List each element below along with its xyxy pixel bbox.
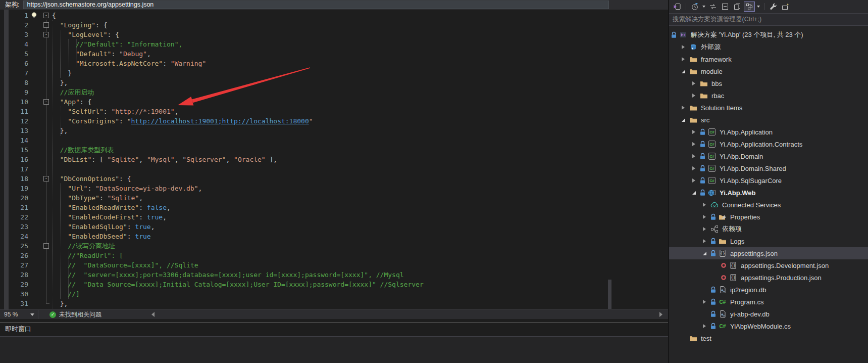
code-line[interactable]: 13 }, — [0, 126, 668, 135]
fold-collapse-icon[interactable]: - — [43, 13, 49, 18]
fold-collapse-icon[interactable]: - — [43, 243, 49, 249]
tree-item[interactable]: C#Yi.Abp.Application — [669, 126, 868, 138]
chevron-collapsed-icon[interactable] — [703, 300, 710, 304]
code-line[interactable]: 30 //] — [0, 289, 668, 299]
tree-item[interactable]: 解决方案 'Yi.Abp' (23 个项目, 共 23 个) — [669, 29, 868, 41]
chevron-collapsed-icon[interactable] — [692, 130, 700, 134]
chevron-collapsed-icon[interactable] — [703, 227, 710, 231]
code-line[interactable]: 28 // "server=[xxxx];port=3306;database=… — [0, 270, 668, 280]
chevron-expanded-icon[interactable] — [682, 70, 689, 73]
fold-collapse-icon[interactable]: - — [43, 32, 49, 37]
chevron-down-icon[interactable] — [757, 6, 760, 8]
tree-item[interactable]: C#YiAbpWebModule.cs — [669, 320, 868, 332]
properties-wrench-icon[interactable] — [768, 2, 779, 12]
chevron-collapsed-icon[interactable] — [692, 178, 700, 183]
tree-item[interactable]: Solution Items — [669, 102, 868, 114]
tree-item[interactable]: yi-abp-dev.db — [669, 308, 868, 320]
solution-filter-icon[interactable] — [744, 2, 755, 12]
tree-item[interactable]: framework — [669, 53, 868, 65]
code-line[interactable]: 19 "Url": "DataSource=yi-abp-dev.db", — [0, 184, 668, 193]
tree-item[interactable]: test — [669, 332, 868, 344]
code-line[interactable]: 3- "LogLevel": { — [0, 30, 668, 39]
tree-item[interactable]: ip2region.db — [669, 284, 868, 296]
code-line[interactable]: 11 "SelfUrl": "http://*:19001", — [0, 107, 668, 116]
tree-item[interactable]: C#Program.cs — [669, 296, 868, 308]
pending-changes-filter-icon[interactable] — [689, 2, 700, 12]
tree-item[interactable]: Yi.Abp.Web — [669, 187, 868, 199]
show-all-files-icon[interactable] — [732, 2, 743, 12]
code-line[interactable]: 16 "DbList": [ "Sqlite", "Mysql", "Sqlse… — [0, 155, 668, 164]
code-line[interactable]: 17 — [0, 164, 668, 174]
chevron-collapsed-icon[interactable] — [692, 94, 700, 98]
code-line[interactable]: 15 //数据库类型列表 — [0, 145, 668, 155]
chevron-expanded-icon[interactable] — [703, 252, 710, 255]
tree-item[interactable]: rbac — [669, 89, 868, 102]
tree-item[interactable]: module — [669, 65, 868, 77]
code-line[interactable]: 25- //读写分离地址 — [0, 241, 668, 251]
tree-item[interactable]: Properties — [669, 211, 868, 223]
preview-selected-items-icon[interactable] — [780, 2, 791, 12]
tree-item[interactable]: Connected Services — [669, 199, 868, 211]
tree-item[interactable]: 外部源 — [669, 41, 868, 53]
tree-item[interactable]: C#Yi.Abp.Application.Contracts — [669, 138, 868, 150]
vertical-scrollbar-thumb[interactable] — [608, 280, 611, 309]
fold-collapse-icon[interactable]: - — [43, 22, 49, 28]
code-editor[interactable]: 1-{2- "Logging": {3- "LogLevel": {4 //"D… — [0, 10, 668, 309]
chevron-collapsed-icon[interactable] — [692, 154, 700, 158]
chevron-collapsed-icon[interactable] — [703, 215, 710, 219]
chevron-collapsed-icon[interactable] — [682, 45, 689, 49]
code-line[interactable]: 8 }, — [0, 78, 668, 87]
chevron-collapsed-icon[interactable] — [682, 57, 689, 61]
hscroll-left-icon[interactable] — [151, 312, 155, 317]
chevron-down-icon[interactable] — [702, 6, 705, 8]
tree-item[interactable]: {}appsettings.Production.json — [669, 271, 868, 284]
hscroll-right-icon[interactable] — [659, 312, 662, 317]
code-line[interactable]: 18- "DbConnOptions": { — [0, 174, 668, 184]
schema-url-combo[interactable]: https://json.schemastore.org/appsettings… — [23, 1, 609, 9]
switch-views-icon[interactable] — [672, 2, 683, 12]
chevron-expanded-icon[interactable] — [692, 191, 700, 195]
code-line[interactable]: 22 "EnabledCodeFirst": true, — [0, 212, 668, 222]
chevron-collapsed-icon[interactable] — [682, 106, 689, 110]
immediate-window-content[interactable] — [0, 336, 668, 363]
code-line[interactable]: 31 }, — [0, 299, 668, 308]
tree-item[interactable]: C#Yi.Abp.Domain — [669, 150, 868, 162]
tree-item[interactable]: Logs — [669, 235, 868, 247]
chevron-expanded-icon[interactable] — [682, 118, 689, 122]
code-line[interactable]: 26 //"ReadUrl": [ — [0, 251, 668, 260]
code-line[interactable]: 24 "EnabledDbSeed": true — [0, 232, 668, 241]
code-line[interactable]: 2- "Logging": { — [0, 20, 668, 30]
sync-with-active-document-icon[interactable] — [707, 2, 719, 12]
code-line[interactable]: 9 //应用启动 — [0, 87, 668, 97]
tree-item[interactable]: {}appsettings.json — [669, 247, 868, 259]
fold-collapse-icon[interactable]: - — [43, 99, 49, 105]
code-line[interactable]: 4 //"Default": "Information", — [0, 39, 668, 49]
chevron-collapsed-icon[interactable] — [703, 239, 710, 243]
tree-item[interactable]: bbs — [669, 77, 868, 89]
code-line[interactable]: 1-{ — [0, 11, 668, 20]
chevron-collapsed-icon[interactable] — [692, 166, 700, 170]
chevron-collapsed-icon[interactable] — [692, 142, 700, 146]
chevron-collapsed-icon[interactable] — [703, 324, 710, 328]
document-health-indicator[interactable]: ✓ 未找到相关问题 — [49, 310, 101, 319]
tree-item[interactable]: {}appsettings.Development.json — [669, 259, 868, 271]
collapse-all-icon[interactable] — [720, 2, 731, 12]
code-line[interactable]: 23 "EnabledSqlLog": true, — [0, 222, 668, 232]
tree-item[interactable]: C#Yi.Abp.Domain.Shared — [669, 162, 868, 174]
code-line[interactable]: 10- "App": { — [0, 97, 668, 107]
code-line[interactable]: 5 "Default": "Debug", — [0, 49, 668, 59]
code-line[interactable]: 29 // "Data Source=[xxxx];Initial Catalo… — [0, 280, 668, 289]
solution-explorer-search-input[interactable]: 搜索解决方案资源管理器(Ctrl+;) — [669, 13, 868, 26]
code-line[interactable]: 14 — [0, 135, 668, 145]
code-line[interactable]: 12 "CorsOrigins": "http://localhost:1900… — [0, 116, 668, 126]
code-line[interactable]: 27 // "DataSource=[xxxx]", //Sqlite — [0, 260, 668, 270]
tree-item[interactable]: 依赖项 — [669, 223, 868, 235]
fold-collapse-icon[interactable]: - — [43, 176, 49, 182]
code-line[interactable]: 6 "Microsoft.AspNetCore": "Warning" — [0, 59, 668, 68]
zoom-level-combo[interactable]: 95 % — [0, 310, 38, 319]
code-line[interactable]: 21 "EnabledReadWrite": false, — [0, 203, 668, 212]
code-line[interactable]: 20 "DbType": "Sqlite", — [0, 193, 668, 203]
tree-item[interactable]: C#Yi.Abp.SqlSugarCore — [669, 174, 868, 187]
code-line[interactable]: 7 } — [0, 68, 668, 78]
tree-item[interactable]: src — [669, 114, 868, 126]
